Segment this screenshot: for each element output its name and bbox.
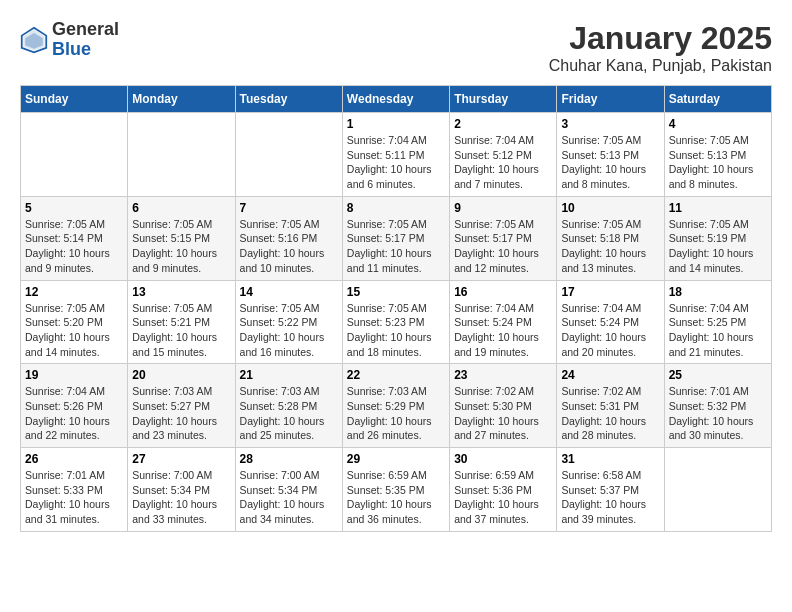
cell-info: Sunrise: 7:01 AM Sunset: 5:33 PM Dayligh…: [25, 468, 123, 527]
date-number: 13: [132, 285, 230, 299]
calendar-cell: 16Sunrise: 7:04 AM Sunset: 5:24 PM Dayli…: [450, 280, 557, 364]
calendar-cell: 3Sunrise: 7:05 AM Sunset: 5:13 PM Daylig…: [557, 113, 664, 197]
date-number: 5: [25, 201, 123, 215]
date-number: 31: [561, 452, 659, 466]
date-number: 10: [561, 201, 659, 215]
calendar-cell: 15Sunrise: 7:05 AM Sunset: 5:23 PM Dayli…: [342, 280, 449, 364]
cell-info: Sunrise: 7:05 AM Sunset: 5:15 PM Dayligh…: [132, 217, 230, 276]
calendar-week-4: 19Sunrise: 7:04 AM Sunset: 5:26 PM Dayli…: [21, 364, 772, 448]
cell-info: Sunrise: 7:05 AM Sunset: 5:19 PM Dayligh…: [669, 217, 767, 276]
date-number: 8: [347, 201, 445, 215]
calendar-week-3: 12Sunrise: 7:05 AM Sunset: 5:20 PM Dayli…: [21, 280, 772, 364]
calendar-cell: [235, 113, 342, 197]
weekday-header-saturday: Saturday: [664, 86, 771, 113]
cell-info: Sunrise: 7:02 AM Sunset: 5:30 PM Dayligh…: [454, 384, 552, 443]
calendar-cell: 11Sunrise: 7:05 AM Sunset: 5:19 PM Dayli…: [664, 196, 771, 280]
cell-info: Sunrise: 7:05 AM Sunset: 5:16 PM Dayligh…: [240, 217, 338, 276]
date-number: 30: [454, 452, 552, 466]
calendar-week-1: 1Sunrise: 7:04 AM Sunset: 5:11 PM Daylig…: [21, 113, 772, 197]
cell-info: Sunrise: 7:04 AM Sunset: 5:24 PM Dayligh…: [561, 301, 659, 360]
cell-info: Sunrise: 6:59 AM Sunset: 5:35 PM Dayligh…: [347, 468, 445, 527]
cell-info: Sunrise: 7:05 AM Sunset: 5:18 PM Dayligh…: [561, 217, 659, 276]
cell-info: Sunrise: 7:04 AM Sunset: 5:26 PM Dayligh…: [25, 384, 123, 443]
calendar-cell: 27Sunrise: 7:00 AM Sunset: 5:34 PM Dayli…: [128, 448, 235, 532]
calendar-cell: 13Sunrise: 7:05 AM Sunset: 5:21 PM Dayli…: [128, 280, 235, 364]
date-number: 4: [669, 117, 767, 131]
calendar-cell: 6Sunrise: 7:05 AM Sunset: 5:15 PM Daylig…: [128, 196, 235, 280]
calendar-cell: 20Sunrise: 7:03 AM Sunset: 5:27 PM Dayli…: [128, 364, 235, 448]
calendar-cell: 30Sunrise: 6:59 AM Sunset: 5:36 PM Dayli…: [450, 448, 557, 532]
cell-info: Sunrise: 7:03 AM Sunset: 5:29 PM Dayligh…: [347, 384, 445, 443]
calendar-cell: 26Sunrise: 7:01 AM Sunset: 5:33 PM Dayli…: [21, 448, 128, 532]
cell-info: Sunrise: 7:05 AM Sunset: 5:13 PM Dayligh…: [669, 133, 767, 192]
cell-info: Sunrise: 7:01 AM Sunset: 5:32 PM Dayligh…: [669, 384, 767, 443]
date-number: 12: [25, 285, 123, 299]
calendar-cell: 23Sunrise: 7:02 AM Sunset: 5:30 PM Dayli…: [450, 364, 557, 448]
weekday-header-thursday: Thursday: [450, 86, 557, 113]
calendar-cell: 28Sunrise: 7:00 AM Sunset: 5:34 PM Dayli…: [235, 448, 342, 532]
date-number: 23: [454, 368, 552, 382]
calendar-cell: 22Sunrise: 7:03 AM Sunset: 5:29 PM Dayli…: [342, 364, 449, 448]
page-header: General Blue January 2025 Chuhar Kana, P…: [20, 20, 772, 75]
calendar-cell: 31Sunrise: 6:58 AM Sunset: 5:37 PM Dayli…: [557, 448, 664, 532]
cell-info: Sunrise: 7:04 AM Sunset: 5:24 PM Dayligh…: [454, 301, 552, 360]
date-number: 28: [240, 452, 338, 466]
calendar-cell: 24Sunrise: 7:02 AM Sunset: 5:31 PM Dayli…: [557, 364, 664, 448]
calendar-cell: 8Sunrise: 7:05 AM Sunset: 5:17 PM Daylig…: [342, 196, 449, 280]
date-number: 14: [240, 285, 338, 299]
date-number: 7: [240, 201, 338, 215]
cell-info: Sunrise: 7:05 AM Sunset: 5:14 PM Dayligh…: [25, 217, 123, 276]
weekday-header-monday: Monday: [128, 86, 235, 113]
cell-info: Sunrise: 7:05 AM Sunset: 5:17 PM Dayligh…: [454, 217, 552, 276]
cell-info: Sunrise: 7:00 AM Sunset: 5:34 PM Dayligh…: [240, 468, 338, 527]
date-number: 18: [669, 285, 767, 299]
page-title: January 2025: [549, 20, 772, 57]
calendar-cell: [664, 448, 771, 532]
date-number: 24: [561, 368, 659, 382]
cell-info: Sunrise: 7:05 AM Sunset: 5:22 PM Dayligh…: [240, 301, 338, 360]
calendar-cell: 29Sunrise: 6:59 AM Sunset: 5:35 PM Dayli…: [342, 448, 449, 532]
calendar-cell: 9Sunrise: 7:05 AM Sunset: 5:17 PM Daylig…: [450, 196, 557, 280]
date-number: 11: [669, 201, 767, 215]
date-number: 17: [561, 285, 659, 299]
cell-info: Sunrise: 7:05 AM Sunset: 5:13 PM Dayligh…: [561, 133, 659, 192]
page-subtitle: Chuhar Kana, Punjab, Pakistan: [549, 57, 772, 75]
calendar-table: SundayMondayTuesdayWednesdayThursdayFrid…: [20, 85, 772, 532]
logo: General Blue: [20, 20, 119, 60]
calendar-cell: 25Sunrise: 7:01 AM Sunset: 5:32 PM Dayli…: [664, 364, 771, 448]
cell-info: Sunrise: 7:00 AM Sunset: 5:34 PM Dayligh…: [132, 468, 230, 527]
calendar-cell: 2Sunrise: 7:04 AM Sunset: 5:12 PM Daylig…: [450, 113, 557, 197]
calendar-cell: 18Sunrise: 7:04 AM Sunset: 5:25 PM Dayli…: [664, 280, 771, 364]
calendar-week-2: 5Sunrise: 7:05 AM Sunset: 5:14 PM Daylig…: [21, 196, 772, 280]
date-number: 6: [132, 201, 230, 215]
calendar-cell: 14Sunrise: 7:05 AM Sunset: 5:22 PM Dayli…: [235, 280, 342, 364]
calendar-cell: 1Sunrise: 7:04 AM Sunset: 5:11 PM Daylig…: [342, 113, 449, 197]
date-number: 25: [669, 368, 767, 382]
calendar-cell: 5Sunrise: 7:05 AM Sunset: 5:14 PM Daylig…: [21, 196, 128, 280]
calendar-cell: 19Sunrise: 7:04 AM Sunset: 5:26 PM Dayli…: [21, 364, 128, 448]
cell-info: Sunrise: 7:04 AM Sunset: 5:11 PM Dayligh…: [347, 133, 445, 192]
calendar-cell: 4Sunrise: 7:05 AM Sunset: 5:13 PM Daylig…: [664, 113, 771, 197]
weekday-header-tuesday: Tuesday: [235, 86, 342, 113]
cell-info: Sunrise: 7:04 AM Sunset: 5:25 PM Dayligh…: [669, 301, 767, 360]
calendar-cell: 7Sunrise: 7:05 AM Sunset: 5:16 PM Daylig…: [235, 196, 342, 280]
cell-info: Sunrise: 7:03 AM Sunset: 5:28 PM Dayligh…: [240, 384, 338, 443]
calendar-cell: 17Sunrise: 7:04 AM Sunset: 5:24 PM Dayli…: [557, 280, 664, 364]
cell-info: Sunrise: 7:05 AM Sunset: 5:23 PM Dayligh…: [347, 301, 445, 360]
date-number: 2: [454, 117, 552, 131]
date-number: 20: [132, 368, 230, 382]
weekday-header-friday: Friday: [557, 86, 664, 113]
calendar-cell: 21Sunrise: 7:03 AM Sunset: 5:28 PM Dayli…: [235, 364, 342, 448]
calendar-cell: [128, 113, 235, 197]
calendar-cell: 12Sunrise: 7:05 AM Sunset: 5:20 PM Dayli…: [21, 280, 128, 364]
date-number: 15: [347, 285, 445, 299]
date-number: 26: [25, 452, 123, 466]
cell-info: Sunrise: 7:04 AM Sunset: 5:12 PM Dayligh…: [454, 133, 552, 192]
calendar-cell: 10Sunrise: 7:05 AM Sunset: 5:18 PM Dayli…: [557, 196, 664, 280]
date-number: 1: [347, 117, 445, 131]
cell-info: Sunrise: 7:05 AM Sunset: 5:21 PM Dayligh…: [132, 301, 230, 360]
weekday-header-wednesday: Wednesday: [342, 86, 449, 113]
cell-info: Sunrise: 7:02 AM Sunset: 5:31 PM Dayligh…: [561, 384, 659, 443]
cell-info: Sunrise: 7:05 AM Sunset: 5:17 PM Dayligh…: [347, 217, 445, 276]
date-number: 29: [347, 452, 445, 466]
